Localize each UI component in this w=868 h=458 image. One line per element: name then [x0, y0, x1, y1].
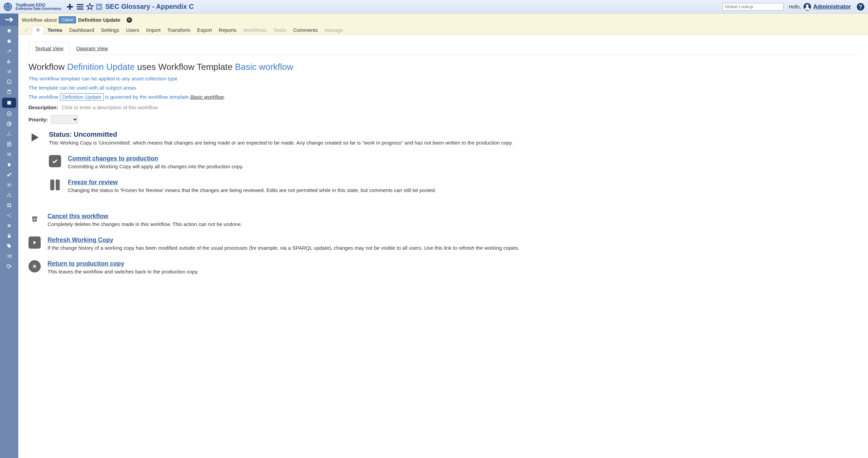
sidebar-tree-icon[interactable] — [0, 129, 18, 139]
sidebar-wrench-icon[interactable] — [0, 46, 18, 56]
textual-view-tab[interactable]: Textual View — [29, 42, 70, 55]
cancel-action: Cancel this workflow Completely deletes … — [29, 213, 858, 227]
gear-tab[interactable] — [32, 26, 44, 35]
top-tools: Az — [65, 2, 103, 11]
tab-comments[interactable]: Comments — [290, 26, 321, 34]
sidebar-basket-icon[interactable] — [0, 36, 18, 46]
page-title: SEC Glossary - Appendix C — [106, 3, 194, 11]
sidebar-tag-icon[interactable] — [0, 241, 18, 251]
sidebar-shuffle-icon[interactable] — [0, 251, 18, 261]
pause-icon — [49, 179, 61, 191]
priority-label: Priority: — [29, 117, 48, 122]
basic-workflow-link[interactable]: Basic workflow — [190, 94, 224, 100]
sidebar-numlist-icon[interactable] — [0, 149, 18, 159]
svg-point-17 — [7, 174, 9, 176]
commit-action: Commit changes to production Committing … — [49, 155, 858, 169]
client-chip[interactable]: Client — [59, 16, 76, 23]
sidebar-gear-icon[interactable] — [0, 180, 18, 190]
tab-tasks: Tasks — [270, 26, 290, 34]
menu-icon[interactable] — [76, 2, 84, 11]
tab-workflows: Workflows — [240, 26, 270, 34]
svg-rect-19 — [9, 193, 10, 194]
return-desc: This leaves the workflow and switches ba… — [48, 269, 199, 274]
tab-settings[interactable]: Settings — [97, 26, 122, 34]
workflow-prefix: Workflow about — [22, 17, 57, 23]
info-line-1: This workflow template can be applied to… — [29, 76, 858, 81]
template-name-link[interactable]: Basic workflow — [235, 62, 293, 72]
svg-rect-25 — [10, 206, 11, 207]
workflow-name: Definition Update — [78, 17, 120, 23]
svg-point-4 — [806, 4, 809, 7]
page-heading: Workflow Definition Update uses Workflow… — [29, 62, 858, 72]
tab-terms[interactable]: Terms — [44, 26, 66, 34]
global-lookup-input[interactable] — [722, 3, 784, 11]
az-icon[interactable]: Az — [95, 3, 103, 11]
close-workflow-button[interactable]: ✕ — [127, 17, 132, 23]
svg-point-30 — [8, 245, 8, 245]
tab-users[interactable]: Users — [123, 26, 143, 34]
sidebar-clipboard-icon[interactable] — [0, 87, 18, 97]
sidebar-tags-icon[interactable] — [0, 261, 18, 271]
sidebar-asterisk-icon[interactable] — [0, 221, 18, 231]
svg-text:Az: Az — [97, 5, 101, 8]
checkmark-icon — [49, 155, 61, 167]
plus-icon[interactable] — [65, 2, 74, 11]
refresh-link[interactable]: Refresh Working Copy — [48, 236, 520, 244]
info-line-2: The template can be used with all subjec… — [29, 85, 858, 91]
sidebar-key-icon[interactable] — [0, 170, 18, 180]
priority-select[interactable] — [51, 115, 78, 124]
sidebar-info-icon[interactable] — [0, 77, 18, 87]
svg-point-10 — [7, 112, 11, 116]
info-line-3: The workflow Definition Update is govern… — [29, 94, 858, 100]
workflow-name-link[interactable]: Definition Update — [67, 62, 135, 72]
description-row: Description: Click to enter a descriptio… — [29, 104, 858, 110]
close-circle-icon — [29, 260, 41, 272]
logo[interactable]: TopBraid EDG Enterprise Data Governance — [3, 2, 61, 11]
sidebar-active-icon[interactable] — [2, 98, 16, 108]
sidebar-globe-icon[interactable] — [0, 119, 18, 129]
help-icon[interactable]: ? — [856, 3, 865, 11]
diagram-view-tab[interactable]: Diagram View — [70, 42, 114, 55]
refresh-desc: If the change history of a working copy … — [48, 245, 520, 251]
sidebar-doc-icon[interactable] — [0, 139, 18, 149]
svg-point-28 — [10, 216, 11, 217]
sidebar-collapse-button[interactable] — [0, 14, 18, 26]
sidebar-list-icon[interactable] — [0, 66, 18, 77]
svg-point-16 — [8, 163, 11, 166]
svg-rect-20 — [7, 196, 8, 197]
refresh-action: Refresh Working Copy If the change histo… — [29, 236, 858, 251]
commit-link[interactable]: Commit changes to production — [68, 155, 243, 162]
hello-user: Hello, Administrator — [789, 3, 851, 11]
workflow-bar: Workflow about Client Definition Update … — [18, 14, 868, 35]
administrator-link[interactable]: Administrator — [813, 3, 851, 10]
pencil-icon[interactable] — [22, 26, 32, 34]
tab-dashboard[interactable]: Dashboard — [66, 26, 97, 34]
star-icon[interactable] — [86, 3, 94, 11]
tab-import[interactable]: Import — [143, 26, 164, 34]
sidebar-grid-icon[interactable] — [0, 200, 18, 210]
cancel-link[interactable]: Cancel this workflow — [48, 213, 242, 220]
svg-text:?: ? — [859, 4, 862, 10]
sidebar-share-icon[interactable] — [0, 210, 18, 221]
tab-export[interactable]: Export — [194, 26, 215, 34]
svg-point-27 — [10, 214, 11, 215]
freeze-link[interactable]: Freeze for review — [68, 179, 436, 186]
svg-rect-21 — [10, 196, 11, 197]
definition-update-chip[interactable]: Definition Update — [60, 93, 104, 100]
svg-point-12 — [9, 132, 10, 133]
sidebar-chart-icon[interactable] — [0, 56, 18, 66]
svg-rect-23 — [10, 204, 11, 205]
return-link[interactable]: Return to production copy — [48, 260, 199, 267]
play-icon — [29, 131, 42, 146]
tab-transform[interactable]: Transform — [164, 26, 194, 34]
sidebar-home-icon[interactable] — [0, 26, 18, 36]
sidebar-check-icon[interactable] — [0, 109, 18, 119]
description-input[interactable]: Click to enter a description of this wor… — [62, 104, 158, 110]
sidebar-hierarchy-icon[interactable] — [0, 190, 18, 200]
svg-rect-24 — [7, 206, 9, 207]
freeze-desc: Changing the status to 'Frozen for Revie… — [68, 187, 436, 193]
description-label: Description: — [29, 104, 58, 110]
tab-reports[interactable]: Reports — [215, 26, 240, 34]
sidebar-bug-icon[interactable] — [0, 159, 18, 170]
sidebar-lock-icon[interactable] — [0, 231, 18, 241]
